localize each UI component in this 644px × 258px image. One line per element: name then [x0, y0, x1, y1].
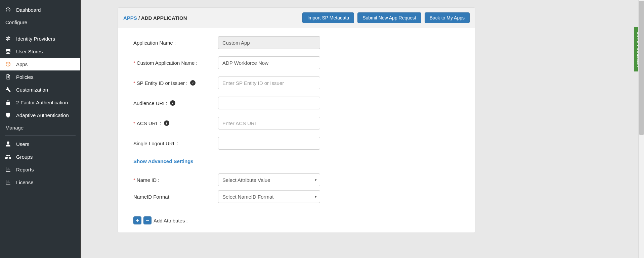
add-attribute-button[interactable]: + — [133, 216, 141, 224]
document-icon — [5, 74, 11, 80]
show-advanced-link[interactable]: Show Advanced Settings — [133, 158, 194, 164]
main-content: APPS / ADD APPLICATION Import SP Metadat… — [81, 0, 644, 258]
nameid-select[interactable]: Select Attribute Value — [218, 173, 320, 186]
sidebar-item-label: Apps — [16, 61, 28, 67]
sidebar-section-configure: Configure — [0, 16, 80, 29]
back-to-apps-button[interactable]: Back to My Apps — [425, 12, 470, 23]
app-name-input — [218, 36, 320, 49]
row-nameid-format: NameID Format: Select NameID Format — [133, 190, 460, 203]
row-nameid: *Name ID : Select Attribute Value — [133, 173, 460, 186]
add-attributes-label: Add Attributes : — [154, 218, 188, 223]
label-text: NameID Format: — [133, 194, 171, 200]
sidebar-item-userstores[interactable]: User Stores — [0, 45, 80, 58]
row-sp-entity: *SP Entity ID or Issuer : i — [133, 76, 460, 89]
label-audience: Audience URI : i — [133, 100, 218, 106]
row-slo: Single Logout URL : — [133, 137, 460, 150]
sidebar-item-2fa[interactable]: 2-Factor Authentication — [0, 96, 80, 109]
label-text: Name ID : — [137, 177, 160, 183]
sidebar-item-label: Reports — [16, 167, 34, 172]
sidebar-item-groups[interactable]: Groups — [0, 150, 80, 163]
shield-icon — [5, 112, 11, 118]
sidebar-item-customization[interactable]: Customization — [0, 83, 80, 96]
custom-app-name-input[interactable] — [218, 56, 320, 69]
row-custom-name: *Custom Application Name : — [133, 56, 460, 69]
info-icon[interactable]: i — [170, 100, 175, 106]
panel: APPS / ADD APPLICATION Import SP Metadat… — [118, 7, 475, 233]
sidebar-item-license[interactable]: License — [0, 176, 80, 189]
label-slo: Single Logout URL : — [133, 141, 218, 146]
sidebar-item-reports[interactable]: Reports — [0, 163, 80, 176]
sidebar-item-dashboard[interactable]: Dashboard — [0, 3, 80, 16]
label-nameid: *Name ID : — [133, 177, 218, 183]
cube-icon — [5, 61, 11, 67]
scrollbar[interactable] — [638, 0, 644, 258]
label-text: SP Entity ID or Issuer : — [137, 80, 187, 86]
label-acs: *ACS URL : i — [133, 120, 218, 126]
chart-icon — [5, 179, 11, 185]
sidebar-item-policies[interactable]: Policies — [0, 70, 80, 83]
sidebar-item-label: Adaptive Authentication — [16, 112, 69, 118]
gauge-icon — [5, 7, 11, 13]
label-text: Custom Application Name : — [137, 60, 198, 66]
label-sp-entity: *SP Entity ID or Issuer : i — [133, 80, 218, 86]
row-app-name: Application Name : — [133, 36, 460, 49]
label-app-name: Application Name : — [133, 40, 218, 46]
info-icon[interactable]: i — [164, 120, 169, 126]
panel-body: Application Name : *Custom Application N… — [118, 28, 475, 233]
sidebar-item-label: Policies — [16, 74, 34, 80]
breadcrumb-sep: / — [137, 15, 141, 21]
sidebar-item-label: Users — [16, 141, 29, 147]
sidebar-item-label: 2-Factor Authentication — [16, 100, 68, 105]
sidebar-item-label: User Stores — [16, 49, 43, 54]
info-icon[interactable]: i — [190, 80, 196, 86]
remove-attribute-button[interactable]: − — [143, 216, 152, 224]
panel-header: APPS / ADD APPLICATION Import SP Metadat… — [118, 8, 475, 28]
breadcrumb: APPS / ADD APPLICATION — [123, 15, 187, 21]
label-text: Audience URI : — [133, 100, 167, 106]
required-mark: * — [133, 60, 135, 66]
sidebar-item-label: License — [16, 179, 34, 185]
sidebar-item-apps[interactable]: Apps — [0, 58, 80, 70]
slo-url-input[interactable] — [218, 137, 320, 150]
row-audience: Audience URI : i — [133, 97, 460, 109]
sidebar-section-manage: Manage — [0, 121, 80, 134]
lock-icon — [5, 99, 11, 105]
sidebar-item-idp[interactable]: Identity Providers — [0, 32, 80, 45]
label-text: Single Logout URL : — [133, 141, 178, 146]
group-icon — [5, 154, 11, 160]
chart-icon — [5, 166, 11, 172]
sidebar-item-label: Dashboard — [16, 7, 41, 13]
required-mark: * — [133, 120, 135, 126]
label-nameid-format: NameID Format: — [133, 194, 218, 200]
sp-entity-input[interactable] — [218, 76, 320, 89]
sidebar-item-adaptive[interactable]: Adaptive Authentication — [0, 109, 80, 121]
required-mark: * — [133, 80, 135, 86]
sidebar-item-label: Customization — [16, 87, 48, 93]
divider — [5, 30, 76, 30]
breadcrumb-current: ADD APPLICATION — [141, 15, 187, 21]
submit-app-request-button[interactable]: Submit New App Request — [357, 12, 421, 23]
nameid-format-select[interactable]: Select NameID Format — [218, 190, 320, 203]
audience-uri-input[interactable] — [218, 97, 320, 109]
required-mark: * — [133, 177, 135, 183]
label-text: Application Name : — [133, 40, 176, 46]
wrench-icon — [5, 87, 11, 93]
scrollbar-thumb[interactable] — [639, 1, 644, 135]
sidebar: Dashboard Configure Identity Providers U… — [0, 0, 81, 258]
sidebar-item-users[interactable]: Users — [0, 138, 80, 150]
divider — [5, 135, 76, 136]
database-icon — [5, 48, 11, 54]
acs-url-input[interactable] — [218, 117, 320, 130]
user-icon — [5, 141, 11, 147]
import-metadata-button[interactable]: Import SP Metadata — [302, 12, 354, 23]
row-add-attributes: + − Add Attributes : — [133, 216, 460, 224]
swap-icon — [5, 36, 11, 42]
label-custom-name: *Custom Application Name : — [133, 60, 218, 66]
header-buttons: Import SP Metadata Submit New App Reques… — [302, 12, 470, 23]
breadcrumb-apps[interactable]: APPS — [123, 15, 137, 21]
sidebar-item-label: Groups — [16, 154, 33, 160]
sidebar-item-label: Identity Providers — [16, 36, 55, 42]
label-text: ACS URL : — [137, 120, 161, 126]
row-acs: *ACS URL : i — [133, 117, 460, 130]
